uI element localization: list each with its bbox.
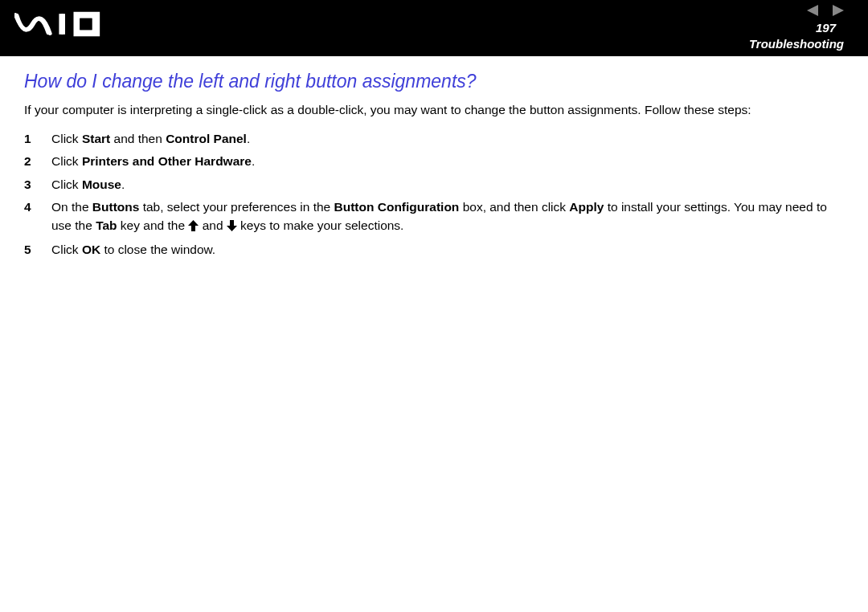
svg-marker-9	[188, 220, 199, 231]
svg-marker-10	[227, 220, 237, 231]
svg-marker-7	[807, 5, 818, 16]
step-bold: Printers and Other Hardware	[82, 154, 252, 168]
step-5: Click OK to close the window.	[24, 241, 844, 259]
step-bold: Button Configuration	[334, 200, 460, 214]
arrow-up-icon	[188, 218, 199, 236]
step-1: Click Start and then Control Panel.	[24, 130, 844, 148]
step-text: On the	[51, 200, 92, 214]
step-text: key and the	[117, 218, 189, 232]
arrow-down-icon	[227, 218, 237, 236]
step-text: and then	[110, 132, 166, 145]
next-page-icon[interactable]	[829, 5, 844, 16]
step-3: Click Mouse.	[24, 176, 844, 194]
step-bold: Tab	[96, 218, 117, 232]
page-number: 197	[816, 21, 836, 35]
nav-arrows	[807, 5, 844, 16]
step-text: Click	[51, 177, 82, 191]
header-bar: 197 Troubleshooting	[0, 0, 868, 56]
step-text: box, and then click	[459, 200, 569, 214]
steps-list: Click Start and then Control Panel. Clic…	[24, 130, 844, 259]
step-text: and	[199, 218, 226, 232]
step-text: tab, select your preferences in the	[139, 200, 334, 214]
step-text: Click	[51, 132, 82, 145]
prev-page-icon[interactable]	[807, 5, 821, 16]
step-text: Click	[51, 243, 82, 256]
step-text: .	[121, 177, 125, 191]
step-bold: Mouse	[82, 177, 121, 191]
page-title: How do I change the left and right butto…	[24, 71, 844, 92]
section-label: Troubleshooting	[749, 37, 844, 51]
content-area: How do I change the left and right butto…	[0, 56, 868, 259]
step-bold: Control Panel	[166, 132, 247, 145]
step-bold: Apply	[569, 200, 604, 214]
intro-text: If your computer is interpreting a singl…	[24, 102, 844, 119]
step-text: .	[247, 132, 250, 145]
step-bold: Start	[82, 132, 110, 145]
step-bold: OK	[82, 243, 100, 256]
svg-rect-6	[61, 14, 65, 35]
step-bold: Buttons	[92, 200, 140, 214]
step-2: Click Printers and Other Hardware.	[24, 153, 844, 170]
vaio-logo-overlay	[14, 10, 127, 39]
step-text: Click	[51, 154, 82, 168]
step-4: On the Buttons tab, select your preferen…	[24, 198, 844, 236]
svg-marker-8	[833, 5, 844, 16]
step-text: to close the window.	[100, 243, 215, 256]
step-text: keys to make your selections.	[237, 218, 404, 232]
step-text: .	[252, 154, 255, 168]
